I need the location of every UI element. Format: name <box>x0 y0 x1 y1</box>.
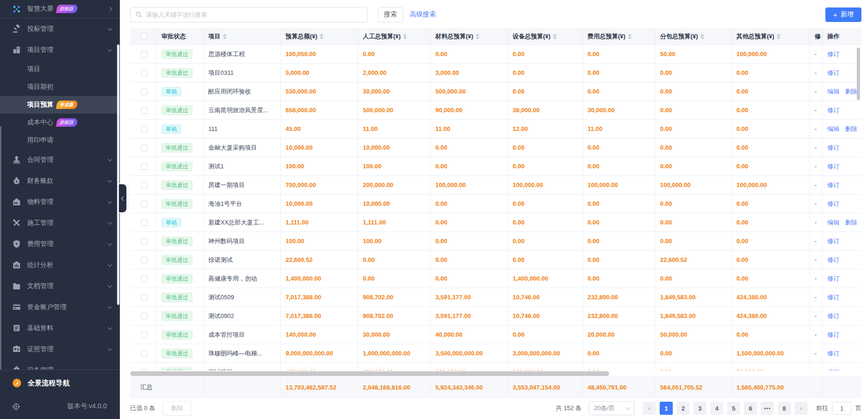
sidebar-item-4[interactable]: ¥ 财务账款 <box>0 170 120 191</box>
column-header-0 <box>130 28 157 44</box>
column-header-4[interactable]: 人工总预算(¥) <box>358 28 431 44</box>
sort-icon[interactable] <box>476 34 479 39</box>
project-name: 房建一期项目 <box>208 181 245 189</box>
budget-value: 0.00 <box>435 238 447 245</box>
prev-page-button[interactable]: ‹ <box>643 402 656 415</box>
sort-icon[interactable] <box>628 34 632 39</box>
row-checkbox[interactable] <box>141 107 147 114</box>
sort-icon[interactable] <box>553 34 557 39</box>
column-header-9[interactable]: 其他总预算(¥) <box>732 28 810 44</box>
sidebar-item-12[interactable]: 证照管理 <box>0 339 120 360</box>
column-header-7[interactable]: 费用总预算(¥) <box>583 28 655 44</box>
sidebar-item-1[interactable]: 投标管理 <box>0 18 120 39</box>
page-button-1[interactable]: 1 <box>660 402 673 415</box>
row-checkbox[interactable] <box>141 238 147 245</box>
sidebar-scrollbar[interactable] <box>117 44 119 305</box>
action-link-修订[interactable]: 修订 <box>827 256 839 264</box>
action-link-修订[interactable]: 修订 <box>827 162 839 171</box>
column-header-6[interactable]: 设备总预算(¥) <box>508 28 583 44</box>
sort-icon[interactable] <box>700 34 704 39</box>
sidebar-subitem-项目期初[interactable]: 项目期初 <box>0 78 120 96</box>
row-checkbox[interactable] <box>141 126 147 132</box>
row-checkbox[interactable] <box>141 144 147 151</box>
action-link-编辑[interactable]: 编辑 <box>827 125 839 133</box>
sort-icon[interactable] <box>777 34 780 39</box>
row-checkbox[interactable] <box>141 275 147 282</box>
sidebar-subitem-用印申请[interactable]: 用印申请 <box>0 131 120 149</box>
row-checkbox[interactable] <box>141 88 147 95</box>
sidebar-item-2[interactable]: 项目管理 <box>0 39 120 60</box>
column-header-3[interactable]: 预算总额(¥) <box>281 28 358 44</box>
goto-page-input[interactable] <box>832 402 852 415</box>
action-link-修订[interactable]: 修订 <box>827 349 839 358</box>
row-checkbox[interactable] <box>141 182 147 188</box>
column-header-8[interactable]: 分包总预算(¥) <box>655 28 732 44</box>
row-checkbox[interactable] <box>141 163 147 170</box>
action-link-修订[interactable]: 修订 <box>827 312 839 320</box>
sort-icon[interactable] <box>223 34 227 39</box>
page-button-3[interactable]: 3 <box>693 402 706 415</box>
sidebar-item-13[interactable]: 设备管理 <box>0 360 120 369</box>
action-link-修订[interactable]: 修订 <box>827 106 839 115</box>
sidebar-item-0[interactable]: 智慧大屏旗舰版 <box>0 0 120 18</box>
row-checkbox[interactable] <box>141 257 147 263</box>
search-input[interactable] <box>146 11 362 18</box>
action-link-修订[interactable]: 修订 <box>827 181 839 189</box>
row-checkbox[interactable] <box>141 294 147 301</box>
add-button[interactable]: + 新增 <box>825 7 861 22</box>
column-header-2[interactable]: 项目 <box>204 28 281 44</box>
action-link-修订[interactable]: 修订 <box>827 331 839 339</box>
sidebar-item-8[interactable]: 统计分析 <box>0 254 120 275</box>
action-link-修订[interactable]: 修订 <box>827 69 839 77</box>
delete-button[interactable]: 删除 <box>162 401 191 416</box>
page-button-8[interactable]: 8 <box>778 402 791 415</box>
action-link-修订[interactable]: 修订 <box>827 50 839 58</box>
action-link-修订[interactable]: 修订 <box>827 144 839 152</box>
action-link-修订[interactable]: 修订 <box>827 237 839 246</box>
row-checkbox[interactable] <box>141 219 147 226</box>
sidebar-collapse-handle[interactable] <box>119 184 126 212</box>
advanced-search-link[interactable]: 高级搜索 <box>410 10 436 19</box>
sidebar-subitem-项目[interactable]: 项目 <box>0 60 120 78</box>
page-button-2[interactable]: 2 <box>677 402 690 415</box>
vertical-scrollbar[interactable] <box>857 48 860 100</box>
page-ellipsis[interactable]: ••• <box>761 402 774 415</box>
action-link-删除[interactable]: 删除 <box>845 218 857 227</box>
action-link-修订[interactable]: 修订 <box>827 200 839 208</box>
row-checkbox[interactable] <box>141 313 147 319</box>
sidebar-item-10[interactable]: 资金账户管理 <box>0 296 120 318</box>
select-all-checkbox[interactable] <box>141 33 147 40</box>
page-button-5[interactable]: 5 <box>727 402 740 415</box>
sidebar-item-7[interactable]: ¥ 费用管理 <box>0 233 120 254</box>
sidebar-item-5[interactable]: 物料管理 <box>0 191 120 212</box>
row-checkbox[interactable] <box>141 70 147 76</box>
sidebar-item-process-navigation[interactable]: 全景流程导航 <box>0 370 120 396</box>
search-button[interactable]: 搜索 <box>378 7 403 22</box>
sidebar-item-9[interactable]: 文档管理 <box>0 275 120 296</box>
row-checkbox[interactable] <box>141 51 147 58</box>
sidebar-item-3[interactable]: 合同管理 <box>0 149 120 170</box>
action-link-编辑[interactable]: 编辑 <box>827 218 839 227</box>
next-page-button[interactable]: › <box>794 402 808 415</box>
sort-icon[interactable] <box>403 34 407 39</box>
column-header-5[interactable]: 材料总预算(¥) <box>431 28 508 44</box>
action-link-修订[interactable]: 修订 <box>827 293 839 302</box>
row-checkbox[interactable] <box>141 350 147 357</box>
page-button-6[interactable]: 6 <box>744 402 757 415</box>
sidebar-item-6[interactable]: 施工管理 <box>0 212 120 233</box>
action-link-删除[interactable]: 删除 <box>845 87 857 96</box>
horizontal-scrollbar[interactable] <box>130 371 609 376</box>
page-button-4[interactable]: 4 <box>710 402 723 415</box>
sidebar-item-11[interactable]: 基础资料 <box>0 318 120 339</box>
row-checkbox[interactable] <box>141 332 147 338</box>
page-size-select[interactable]: 20条/页 <box>589 401 634 415</box>
sidebar-subitem-成本中心[interactable]: 成本中心旗舰版 <box>0 114 120 131</box>
sort-icon[interactable] <box>320 34 324 39</box>
sidebar-subitem-项目预算[interactable]: 项目预算专业版 <box>0 96 120 114</box>
table-cell: 10,000.00 <box>358 138 431 157</box>
action-link-修订[interactable]: 修订 <box>827 275 839 283</box>
gear-icon[interactable] <box>12 403 20 411</box>
action-link-删除[interactable]: 删除 <box>845 125 857 133</box>
row-checkbox[interactable] <box>141 201 147 207</box>
action-link-编辑[interactable]: 编辑 <box>827 87 839 96</box>
